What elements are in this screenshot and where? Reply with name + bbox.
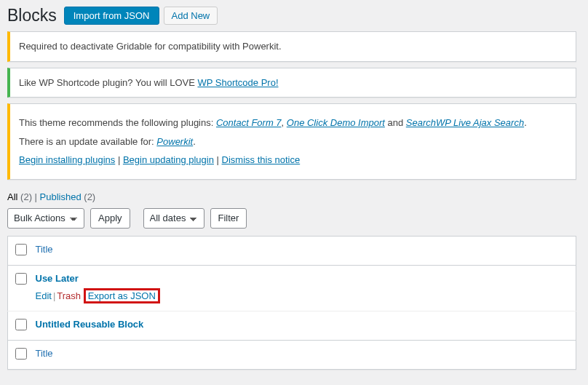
table-row: Use Later Edit|Trash Export as JSON [8, 265, 576, 311]
tgmpa-recommend-line: This theme recommends the following plug… [19, 116, 567, 130]
plugin-link-contact-form-7[interactable]: Contact Form 7 [216, 117, 282, 128]
select-all-checkbox-footer[interactable] [15, 348, 27, 360]
bulk-actions-select[interactable]: Bulk Actions [7, 208, 84, 229]
notice-text: Like WP Shortcode plugin? You will LOVE [19, 77, 197, 88]
notice-shortcode: Like WP Shortcode plugin? You will LOVE … [7, 68, 576, 98]
row-title-link[interactable]: Untitled Reusable Block [36, 319, 144, 330]
tablenav-top: Bulk Actions Apply All dates Filter [7, 208, 576, 229]
shortcode-pro-link[interactable]: WP Shortcode Pro! [197, 77, 278, 88]
view-filters: All (2) | Published (2) [7, 191, 576, 202]
column-title-footer[interactable]: Title [36, 348, 53, 359]
plugin-link-searchwp[interactable]: SearchWP Live Ajax Search [406, 117, 524, 128]
dismiss-notice-link[interactable]: Dismiss this notice [222, 154, 301, 165]
import-json-button[interactable]: Import from JSON [64, 7, 159, 25]
page-header: Blocks Import from JSON Add New [7, 6, 576, 25]
view-all[interactable]: All (2) [7, 191, 32, 202]
plugin-link-one-click-demo-import[interactable]: One Click Demo Import [287, 117, 385, 128]
select-all-checkbox[interactable] [15, 244, 27, 255]
blocks-table: Title Use Later Edit|Trash Export as JSO… [7, 236, 576, 370]
select-all-header [8, 236, 28, 265]
notice-tgmpa: This theme recommends the following plug… [7, 103, 576, 180]
tgmpa-update-line: There is an update available for: Powerk… [19, 135, 567, 149]
export-json-link[interactable]: Export as JSON [88, 290, 156, 301]
notice-text: Required to deactivate Gridable for comp… [19, 41, 282, 52]
plugin-link-powerkit[interactable]: Powerkit [156, 136, 193, 147]
row-checkbox[interactable] [15, 273, 27, 285]
notice-gridable: Required to deactivate Gridable for comp… [7, 31, 576, 62]
begin-installing-link[interactable]: Begin installing plugins [19, 154, 115, 165]
dates-select[interactable]: All dates [143, 208, 204, 229]
apply-button[interactable]: Apply [90, 208, 130, 229]
page-title: Blocks [7, 6, 57, 25]
row-actions: Edit|Trash Export as JSON [36, 288, 569, 303]
row-title-link[interactable]: Use Later [36, 273, 79, 284]
export-highlight: Export as JSON [84, 288, 160, 303]
column-title-header[interactable]: Title [36, 244, 53, 255]
add-new-button[interactable]: Add New [164, 7, 218, 25]
begin-updating-link[interactable]: Begin updating plugin [123, 154, 214, 165]
row-checkbox[interactable] [15, 319, 27, 330]
tgmpa-actions-line: Begin installing plugins | Begin updatin… [19, 153, 567, 167]
trash-link[interactable]: Trash [57, 290, 81, 301]
table-row: Untitled Reusable Block [8, 311, 576, 340]
filter-button[interactable]: Filter [210, 208, 247, 229]
view-published[interactable]: Published (2) [40, 191, 96, 202]
edit-link[interactable]: Edit [36, 290, 52, 301]
